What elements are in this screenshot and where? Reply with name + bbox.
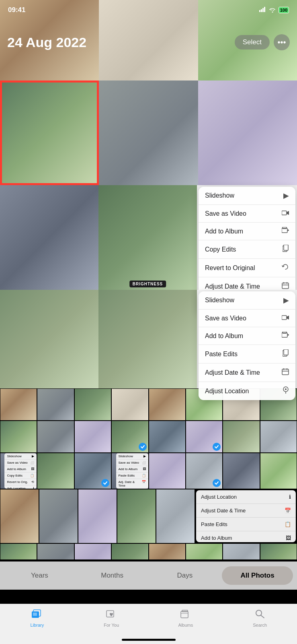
tab-days[interactable]: Days xyxy=(150,566,221,585)
svg-marker-20 xyxy=(287,316,289,320)
svg-rect-27 xyxy=(282,369,289,375)
mini-ctx-item: Copy Edits📋 xyxy=(4,473,37,479)
nav-albums[interactable]: Albums xyxy=(149,609,223,627)
status-time: 09:41 xyxy=(8,6,25,14)
thumb-cell[interactable] xyxy=(260,453,297,489)
thumb-cell[interactable] xyxy=(223,421,260,453)
ctx-adjust-location-3[interactable]: Adjust Location ℹ xyxy=(196,490,296,504)
ctx-icon: ℹ xyxy=(289,494,291,500)
selected-photo-cell[interactable] xyxy=(0,80,99,185)
photo-cell[interactable] xyxy=(99,80,198,185)
ctx-label: Adjust Location xyxy=(205,388,249,395)
for-you-icon xyxy=(106,609,117,621)
thumb-cell[interactable] xyxy=(37,421,74,453)
thumb-cell[interactable] xyxy=(37,388,74,421)
thumb-cell[interactable] xyxy=(0,421,37,453)
thumb-cell[interactable] xyxy=(74,453,111,489)
thumb-cell[interactable] xyxy=(223,453,260,489)
photo-cell[interactable] xyxy=(0,185,98,290)
thumb-cell[interactable] xyxy=(149,421,186,453)
thumb-cell[interactable]: Slideshow▶ Save as Video⬜ Add to Album🖼 … xyxy=(0,453,37,489)
thumb-cell[interactable] xyxy=(0,489,39,543)
thumb-cell[interactable] xyxy=(39,489,78,543)
thumb-cell[interactable] xyxy=(74,421,111,453)
svg-rect-7 xyxy=(283,227,287,229)
thumb-cell[interactable]: Slideshow▶ Save as Video⬜ Add to Album🖼 … xyxy=(111,453,148,489)
thumb-cell[interactable] xyxy=(78,489,117,543)
thumb-cell[interactable] xyxy=(74,543,111,559)
thumb-cell[interactable] xyxy=(156,489,195,543)
photo-phone-gray xyxy=(0,185,98,290)
ctx-label: Revert to Original xyxy=(205,264,255,272)
ctx-add-album-3[interactable]: Add to Album 🖼 xyxy=(196,531,296,542)
photo-cell[interactable] xyxy=(198,80,297,185)
header-date: 24 Aug 2022 xyxy=(7,35,86,50)
thumb-cell[interactable] xyxy=(111,543,148,559)
thumb-row-c: Slideshow▶ Save as Video⬜ Add to Album🖼 … xyxy=(0,453,297,489)
nav-library[interactable]: Library xyxy=(0,609,74,627)
thumb-cell[interactable] xyxy=(0,543,37,559)
photo-cell[interactable]: BRIGHTNESS xyxy=(98,185,197,290)
thumb-cell[interactable] xyxy=(149,388,186,421)
thumb-cell[interactable] xyxy=(37,453,74,489)
thumb-cell[interactable] xyxy=(186,453,223,489)
ctx-revert[interactable]: Revert to Original xyxy=(199,259,295,277)
ctx-paste-edits-3[interactable]: Paste Edits 📋 xyxy=(196,518,296,531)
albums-icon xyxy=(180,609,191,621)
mini-ctx-overlay-2: Slideshow▶ Save as Video⬜ Add to Album🖼 … xyxy=(116,453,148,489)
tab-months[interactable]: Months xyxy=(77,566,148,585)
nav-search[interactable]: Search xyxy=(223,609,297,627)
photo-phone-purple xyxy=(198,80,297,185)
select-button[interactable]: Select xyxy=(235,35,270,50)
thumb-cell[interactable] xyxy=(149,543,186,559)
ctx-label: Add to Album xyxy=(205,228,243,235)
more-options-button[interactable]: ••• xyxy=(274,34,290,50)
ctx-add-album-1[interactable]: Add to Album xyxy=(199,223,295,240)
ctx-label: Paste Edits xyxy=(205,351,238,358)
context-menu-1: Slideshow ▶ Save as Video Add to Album xyxy=(197,185,297,290)
ctx-slideshow-2[interactable]: Slideshow ▶ xyxy=(199,291,295,310)
thumb-cell[interactable] xyxy=(223,543,260,559)
status-bar: 09:41 100 xyxy=(0,0,297,20)
tab-years[interactable]: Years xyxy=(4,566,75,585)
ctx-icon xyxy=(282,332,289,340)
ctx-icon: 📋 xyxy=(285,521,291,527)
thumb-cell[interactable] xyxy=(0,388,37,421)
ctx-save-video-1[interactable]: Save as Video xyxy=(199,205,295,223)
ctx-adjust-datetime-2[interactable]: Adjust Date & Time xyxy=(199,363,295,382)
thumb-cell[interactable] xyxy=(111,421,148,453)
thumb-cell[interactable] xyxy=(111,388,148,421)
photo-cell[interactable] xyxy=(98,290,197,388)
photo-cell[interactable] xyxy=(0,290,98,388)
thumb-cell[interactable] xyxy=(260,421,297,453)
ctx-icon xyxy=(282,314,289,322)
photo-grid: BRIGHTNESS Slideshow ▶ Save as Video Add… xyxy=(0,0,297,559)
ctx-add-album-2[interactable]: Add to Album xyxy=(199,327,295,345)
nav-for-you[interactable]: For You xyxy=(74,609,149,627)
ctx-icon: 📅 xyxy=(285,508,291,514)
mini-ctx-item: Slideshow▶ xyxy=(4,453,37,460)
ctx-adjust-location-2[interactable]: Adjust Location xyxy=(199,382,295,400)
svg-rect-0 xyxy=(259,10,260,12)
svg-rect-39 xyxy=(182,610,188,612)
thumb-cell[interactable] xyxy=(74,388,111,421)
ctx-icon xyxy=(282,263,289,272)
thumb-cell[interactable] xyxy=(37,543,74,559)
thumb-cell[interactable] xyxy=(186,543,223,559)
thumb-cell[interactable] xyxy=(149,453,186,489)
mini-ctx-item: Adj. Locationℹ xyxy=(4,485,37,489)
thumb-row-with-ctx: Adjust Location ℹ Adjust Date & Time 📅 P… xyxy=(0,489,297,543)
ctx-save-video-2[interactable]: Save as Video xyxy=(199,310,295,327)
thumb-cell[interactable] xyxy=(186,421,223,453)
ctx-copy-edits[interactable]: Copy Edits xyxy=(199,240,295,259)
svg-rect-3 xyxy=(264,7,265,12)
ctx-slideshow-1[interactable]: Slideshow ▶ xyxy=(199,187,295,205)
ctx-adjust-datetime-3[interactable]: Adjust Date & Time 📅 xyxy=(196,504,296,518)
ctx-label: Slideshow xyxy=(205,192,234,199)
thumb-cell[interactable] xyxy=(260,543,297,559)
thumb-cell[interactable] xyxy=(117,489,156,543)
ctx-paste-edits-2[interactable]: Paste Edits xyxy=(199,345,295,363)
nav-albums-label: Albums xyxy=(178,623,193,627)
mini-ctx-item: Paste Edits📋 xyxy=(116,473,148,479)
tab-all-photos[interactable]: All Photos xyxy=(222,566,293,585)
